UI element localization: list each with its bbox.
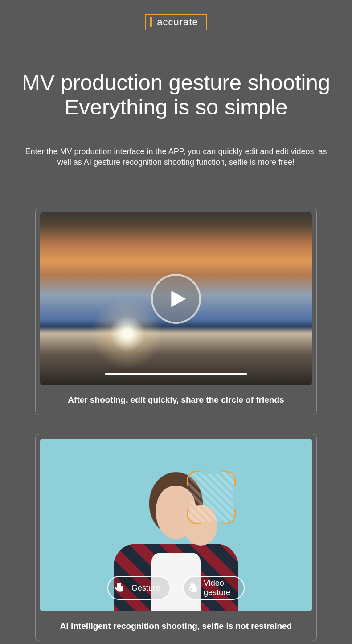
video-progress-bar[interactable] bbox=[105, 373, 247, 375]
gesture-pill-label: Gesture bbox=[131, 583, 160, 593]
title-line-1: MV production gesture shooting bbox=[22, 70, 330, 94]
gesture-pill-row: Gesture Video gesture bbox=[107, 576, 245, 600]
card-gesture-selfie: Gesture Video gesture AI intelligent rec… bbox=[35, 434, 317, 641]
gesture-detection-frame bbox=[187, 471, 236, 524]
card-video-edit: After shooting, edit quickly, share the … bbox=[35, 208, 317, 415]
hand-point-icon bbox=[111, 580, 127, 596]
sunset-video-thumbnail[interactable] bbox=[40, 212, 312, 385]
play-icon bbox=[168, 289, 188, 309]
page-title: MV production gesture shooting Everythin… bbox=[0, 70, 352, 119]
video-gesture-pill-label: Video gesture bbox=[204, 579, 234, 597]
gesture-pill[interactable]: Gesture bbox=[107, 576, 171, 600]
page-subtitle: Enter the MV production interface in the… bbox=[25, 146, 327, 168]
badge-label: accurate bbox=[157, 16, 198, 28]
play-button[interactable] bbox=[151, 274, 201, 324]
card-video-caption: After shooting, edit quickly, share the … bbox=[40, 395, 312, 405]
card-gesture-caption: AI intelligent recognition shooting, sel… bbox=[40, 621, 312, 631]
selfie-image: Gesture Video gesture bbox=[40, 439, 312, 611]
hand-ok-icon bbox=[187, 580, 199, 596]
badge-accent-bar bbox=[150, 17, 152, 27]
video-gesture-pill[interactable]: Video gesture bbox=[183, 576, 245, 600]
title-line-2: Everything is so simple bbox=[64, 95, 287, 119]
accurate-badge: accurate bbox=[145, 14, 206, 30]
